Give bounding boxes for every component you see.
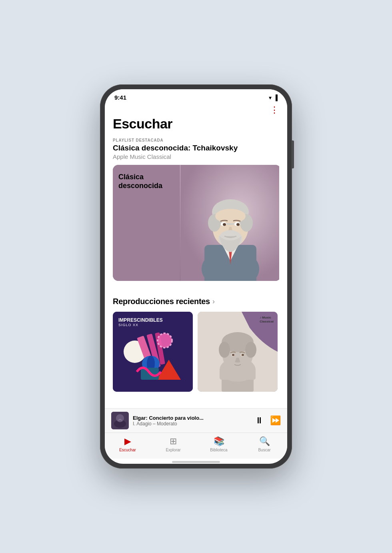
now-playing-subtitle: I. Adagio – Moderato bbox=[133, 421, 251, 427]
composer-svg bbox=[180, 165, 279, 281]
featured-subtitle: Apple Music Classical bbox=[113, 153, 279, 160]
svg-point-21 bbox=[158, 333, 172, 348]
svg-point-13 bbox=[223, 223, 226, 226]
beethoven-label: ♪ Music Classical bbox=[260, 316, 274, 323]
app-header: ⋮ bbox=[105, 102, 287, 114]
now-playing-thumbnail[interactable] bbox=[111, 412, 129, 429]
buscar-tab-icon: 🔍 bbox=[259, 436, 270, 447]
svg-point-39 bbox=[242, 354, 244, 356]
featured-cards-row: Clásica desconocida bbox=[113, 165, 279, 281]
page-title: Escuchar bbox=[105, 114, 287, 138]
tab-buscar[interactable]: 🔍 Buscar bbox=[242, 436, 287, 452]
composer-portrait bbox=[180, 165, 279, 281]
pause-button[interactable]: ⏸ bbox=[255, 415, 264, 426]
featured-section: PLAYLIST DESTACADA Clásica desconocida: … bbox=[105, 138, 287, 281]
escuchar-tab-icon: ▶ bbox=[124, 436, 131, 447]
status-icons: ▾ ▐ bbox=[269, 94, 278, 101]
now-playing-controls: ⏸ ⏩ bbox=[255, 415, 281, 426]
biblioteca-tab-icon: 📚 bbox=[214, 436, 224, 447]
now-playing-bar[interactable]: Elgar: Concierto para violo... I. Adagio… bbox=[105, 408, 287, 433]
fast-forward-button[interactable]: ⏩ bbox=[270, 415, 281, 426]
app-content: ⋮ Escuchar PLAYLIST DESTACADA Clásica de… bbox=[105, 102, 287, 408]
beethoven-svg bbox=[198, 312, 278, 392]
tab-escuchar[interactable]: ▶ Escuchar bbox=[105, 436, 150, 452]
phone-frame: 9:41 ▾ ▐ ⋮ Escuchar PLAYLIST DESTACADA C… bbox=[100, 84, 292, 469]
explorar-tab-icon: ⊞ bbox=[170, 436, 177, 447]
apple-music-logo-icon: ♪ bbox=[260, 316, 261, 320]
imprescindibles-card[interactable]: IMPRESCINDIBLES SIGLO XX bbox=[113, 312, 193, 392]
svg-point-35 bbox=[245, 342, 256, 358]
recent-section-title: Reproducciones recientes bbox=[113, 297, 210, 306]
wifi-icon: ▾ bbox=[269, 94, 272, 101]
tab-explorar[interactable]: ⊞ Explorar bbox=[150, 436, 196, 452]
recent-section-chevron[interactable]: › bbox=[212, 297, 215, 306]
phone-screen: 9:41 ▾ ▐ ⋮ Escuchar PLAYLIST DESTACADA C… bbox=[105, 89, 287, 464]
battery-icon: ▐ bbox=[274, 94, 278, 101]
buscar-tab-label: Buscar bbox=[258, 448, 270, 452]
more-menu-button[interactable]: ⋮ bbox=[270, 106, 279, 114]
featured-label: PLAYLIST DESTACADA bbox=[113, 138, 279, 142]
artwork-svg bbox=[111, 412, 129, 429]
tab-biblioteca[interactable]: 📚 Biblioteca bbox=[196, 436, 242, 452]
card-image-area bbox=[180, 165, 279, 281]
card-text-content: Clásica desconocida bbox=[118, 173, 162, 190]
imprescindibles-text: IMPRESCINDIBLES SIGLO XX bbox=[118, 317, 163, 327]
recent-cards-row: IMPRESCINDIBLES SIGLO XX bbox=[113, 312, 279, 392]
svg-point-34 bbox=[219, 342, 230, 358]
now-playing-title: Elgar: Concierto para violo... bbox=[133, 415, 251, 421]
status-time: 9:41 bbox=[114, 94, 126, 101]
escuchar-tab-label: Escuchar bbox=[119, 448, 136, 452]
now-playing-info: Elgar: Concierto para violo... I. Adagio… bbox=[133, 415, 251, 427]
home-indicator bbox=[172, 461, 220, 463]
card-text-area: Clásica desconocida bbox=[113, 165, 188, 281]
svg-point-38 bbox=[232, 354, 234, 356]
tchaikovsky-card[interactable]: Clásica desconocida bbox=[113, 165, 279, 281]
svg-point-10 bbox=[215, 209, 246, 223]
recent-section: Reproducciones recientes › bbox=[105, 289, 287, 392]
svg-point-14 bbox=[236, 223, 240, 226]
beethoven-bust bbox=[198, 312, 278, 392]
featured-title: Clásica desconocida: Tchaikovsky bbox=[113, 144, 279, 152]
tab-bar: ▶ Escuchar ⊞ Explorar 📚 Biblioteca 🔍 Bus… bbox=[105, 433, 287, 459]
beethoven-card[interactable]: ♪ Music Classical bbox=[198, 312, 278, 392]
explorar-tab-label: Explorar bbox=[166, 448, 180, 452]
svg-point-42 bbox=[116, 414, 124, 422]
biblioteca-tab-label: Biblioteca bbox=[210, 448, 227, 452]
status-bar: 9:41 ▾ ▐ bbox=[105, 89, 287, 102]
now-playing-artwork bbox=[111, 412, 129, 429]
section-header: Reproducciones recientes › bbox=[113, 297, 279, 306]
